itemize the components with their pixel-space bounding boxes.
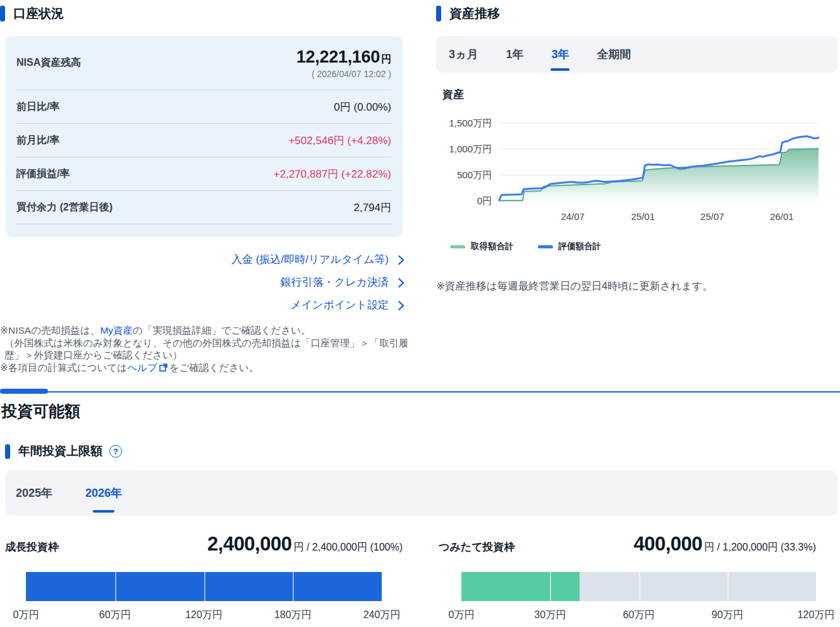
- tab-label: 全期間: [597, 47, 631, 62]
- chevron-right-icon: [394, 255, 405, 265]
- note-line-3: ※各項目の計算式についてはヘルプをご確認ください。: [0, 362, 415, 375]
- asset-history-header: 資産推移: [436, 5, 500, 22]
- help-icon[interactable]: ?: [109, 445, 122, 458]
- section-accent-bar: [436, 6, 441, 21]
- my-assets-link[interactable]: My資産: [100, 325, 133, 336]
- tab-label: 2026年: [85, 485, 122, 501]
- legend-swatch: [450, 245, 465, 248]
- bar-axis-label: 90万円: [712, 609, 743, 622]
- tab-label: 1年: [506, 47, 523, 62]
- footnotes: ※NISAの売却損益は、My資産の「実現損益詳細」でご確認ください。 （外国株式…: [0, 324, 415, 375]
- quick-link-label: 銀行引落・クレカ決済: [281, 275, 389, 289]
- legend-label: 取得額合計: [471, 241, 514, 252]
- growth-quota-header: 成長投資枠 2,400,000 円 / 2,400,000円 (100%): [5, 533, 403, 556]
- divider-line: [0, 391, 840, 393]
- y-axis-tick-label: 0円: [477, 195, 492, 206]
- chevron-right-icon: [394, 300, 405, 310]
- chevron-right-icon: [394, 277, 405, 288]
- x-axis-tick-label: 25/01: [631, 211, 655, 222]
- quick-links: 入金 (振込/即時/リアルタイム等)銀行引落・クレカ決済メインポイント設定: [5, 252, 403, 312]
- tsumitate-bar-axis: 0万円30万円60万円90万円120万円: [461, 609, 816, 621]
- x-axis-tick-label: 24/07: [561, 211, 585, 222]
- tab-3years[interactable]: 3年: [551, 36, 569, 73]
- note-line-1: ※NISAの売却損益は、My資産の「実現損益詳細」でご確認ください。: [0, 324, 415, 337]
- bank-debit-creditcard-link[interactable]: 銀行引落・クレカ決済: [281, 275, 403, 289]
- legend-label: 評価額合計: [559, 241, 602, 252]
- tab-all-period[interactable]: 全期間: [597, 36, 631, 73]
- bar-axis-label: 120万円: [185, 609, 222, 622]
- chart-update-note: ※資産推移は毎週最終営業日の翌日4時頃に更新されます。: [436, 279, 713, 293]
- tsumitate-progress-bar: [461, 572, 816, 601]
- growth-quota-label: 成長投資枠: [5, 540, 59, 554]
- year-tabbar: 2025年2026年: [5, 470, 837, 516]
- asset-history-chart: 1,500万円1,000万円500万円0円24/0725/0125/0726/0…: [436, 113, 840, 228]
- bar-axis-label: 180万円: [274, 609, 312, 622]
- legend-item[interactable]: 取得額合計: [450, 241, 514, 252]
- quick-link-label: メインポイント設定: [290, 298, 389, 312]
- account-row: 前日比/率0円 (0.00%): [16, 90, 391, 124]
- y-axis-tick-label: 500万円: [457, 169, 492, 180]
- x-axis-tick-label: 26/01: [770, 211, 794, 222]
- bar-axis-label: 60万円: [99, 609, 131, 622]
- bar-axis-label: 240万円: [363, 609, 401, 622]
- tsumitate-used-amount: 400,000: [633, 533, 702, 556]
- account-row-value: 0円 (0.00%): [334, 100, 391, 114]
- account-row: 評価損益/率+2,270,887円 (+22.82%): [16, 157, 391, 191]
- account-summary-card: NISA資産残高 12,221,160 円 ( 2026/04/07 12:02…: [5, 36, 403, 237]
- tab-label: 2025年: [16, 485, 52, 501]
- tab-label: 3年: [551, 47, 569, 62]
- tab-2026[interactable]: 2026年: [85, 470, 122, 516]
- chart-axis-title: 資産: [442, 87, 464, 102]
- account-row-label: 買付余力 (2営業日後): [16, 201, 113, 214]
- tsumitate-progress-fill: [461, 572, 580, 601]
- legend-item[interactable]: 評価額合計: [538, 241, 602, 252]
- tab-3months[interactable]: 3ヵ月: [449, 36, 478, 73]
- tsumitate-total-amount: 円 / 1,200,000円 (33.3%): [704, 541, 816, 554]
- account-row-label: 前月比/率: [16, 134, 59, 147]
- bar-axis-label: 0万円: [449, 609, 475, 622]
- bar-axis-label: 30万円: [534, 609, 566, 622]
- tsumitate-quota-values: 400,000 円 / 1,200,000円 (33.3%): [633, 533, 816, 556]
- balance-value-block: 12,221,160 円 ( 2026/04/07 12:02 ): [296, 47, 391, 79]
- balance-timestamp: ( 2026/04/07 12:02 ): [312, 69, 391, 79]
- main-point-setting-link[interactable]: メインポイント設定: [290, 298, 403, 312]
- growth-total-amount: 円 / 2,400,000円 (100%): [293, 541, 403, 554]
- period-tabbar: 3ヵ月1年3年全期間: [436, 36, 837, 73]
- section-accent-bar: [5, 444, 10, 459]
- bar-gridline: [115, 572, 116, 601]
- growth-progress-bar: [26, 572, 382, 601]
- legend-swatch: [538, 245, 553, 248]
- section-accent-bar: [0, 6, 5, 21]
- tab-2025[interactable]: 2025年: [16, 470, 52, 516]
- selected-tab-underline: [93, 510, 114, 513]
- account-status-title: 口座状況: [13, 5, 64, 22]
- investable-heading: 投資可能額: [1, 401, 80, 422]
- account-status-header: 口座状況: [0, 5, 64, 22]
- account-row-label: 評価損益/率: [16, 167, 70, 181]
- balance-row: NISA資産残高 12,221,160 円 ( 2026/04/07 12:02…: [16, 36, 391, 90]
- bar-gridline: [550, 572, 551, 601]
- external-link-icon: [159, 362, 167, 375]
- tsumitate-quota-header: つみたて投資枠 400,000 円 / 1,200,000円 (33.3%): [439, 533, 816, 556]
- account-row-value: +2,270,887円 (+22.82%): [274, 167, 391, 181]
- bar-gridline: [727, 572, 729, 601]
- account-row: 買付余力 (2営業日後)2,794円: [16, 191, 391, 224]
- y-axis-tick-label: 1,000万円: [449, 143, 492, 154]
- account-detail-rows: 前日比/率0円 (0.00%)前月比/率+502,546円 (+4.28%)評価…: [16, 90, 391, 224]
- growth-quota-values: 2,400,000 円 / 2,400,000円 (100%): [207, 533, 403, 556]
- balance-value: 12,221,160: [296, 47, 380, 67]
- note-text: をご確認ください。: [169, 362, 259, 373]
- help-link[interactable]: ヘルプ: [127, 362, 157, 373]
- deposit-link[interactable]: 入金 (振込/即時/リアルタイム等): [231, 252, 403, 267]
- asset-history-title: 資産推移: [449, 5, 500, 22]
- growth-bar-axis: 0万円60万円120万円180万円240万円: [26, 609, 382, 621]
- bar-axis-label: 120万円: [798, 609, 835, 622]
- balance-unit: 円: [381, 53, 391, 66]
- note-text: の「実現損益詳細」でご確認ください。: [133, 325, 311, 336]
- tab-1year[interactable]: 1年: [506, 36, 523, 73]
- bar-gridline: [639, 572, 640, 601]
- growth-used-amount: 2,400,000: [207, 533, 291, 556]
- tab-label: 3ヵ月: [449, 47, 478, 62]
- quick-link-label: 入金 (振込/即時/リアルタイム等): [231, 252, 389, 267]
- account-row-value: +502,546円 (+4.28%): [288, 133, 391, 148]
